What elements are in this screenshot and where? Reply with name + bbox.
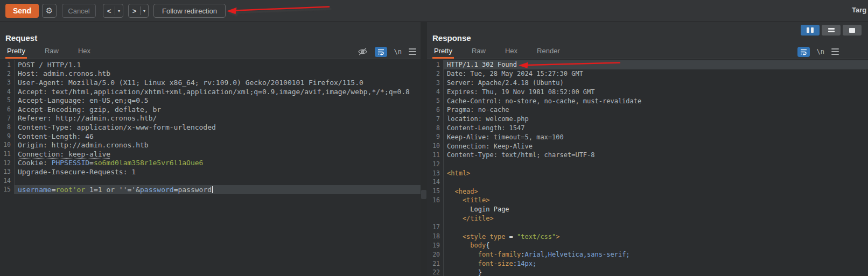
response-editor[interactable]: 1HTTP/1.1 302 Found2Date: Tue, 28 May 20… (427, 59, 868, 276)
request-code-line[interactable]: 1POST / HTTP/1.1 (0, 60, 421, 69)
cancel-button[interactable]: Cancel (62, 4, 96, 18)
tab-raw[interactable]: Raw (43, 46, 60, 59)
request-code-line[interactable]: 7Referer: http://admin.cronos.htb/ (0, 114, 421, 123)
request-code-line[interactable]: 9Content-Length: 46 (0, 132, 421, 141)
response-code-line[interactable]: 13<html> (427, 169, 868, 178)
response-tabbar: Pretty Raw Hex Render \n (427, 47, 868, 59)
tab-pretty[interactable]: Pretty (432, 46, 454, 59)
send-button[interactable]: Send (5, 4, 39, 18)
request-code-line[interactable]: 3User-Agent: Mozilla/5.0 (X11; Linux x86… (0, 78, 421, 87)
response-code-line[interactable]: 7location: welcome.php (427, 115, 868, 124)
editor-menu-icon[interactable] (409, 48, 416, 55)
layout-toggle-group (801, 25, 862, 36)
request-editor-tools: \n (358, 47, 416, 56)
chevron-down-icon[interactable]: ▾ (141, 9, 148, 13)
line-number: 19 (427, 241, 444, 250)
line-number: 15 (427, 187, 444, 196)
response-code-line[interactable]: 18 <style type = "text/css"> (427, 232, 868, 241)
text-caret (212, 186, 213, 193)
target-label: Targ (852, 6, 866, 14)
hide-eye-icon[interactable] (358, 47, 368, 56)
response-code-line[interactable]: Login Page (427, 205, 868, 214)
response-code-line[interactable]: 5Cache-Control: no-store, no-cache, must… (427, 96, 868, 105)
line-number: 2 (427, 69, 444, 79)
line-number: 14 (427, 178, 444, 187)
layout-rows-button[interactable] (822, 25, 841, 36)
line-number: 4 (427, 87, 444, 96)
line-number: 15 (0, 185, 15, 194)
word-wrap-icon (377, 48, 385, 55)
line-number: 21 (427, 259, 444, 268)
line-number: 17 (427, 223, 444, 232)
chevron-right-icon: > (129, 7, 140, 15)
line-number: 16 (427, 196, 444, 205)
response-panel: Response Pretty Raw Hex Render \n 1HTTP/… (427, 22, 868, 276)
response-code-line[interactable]: 11Content-Type: text/html; charset=UTF-8 (427, 151, 868, 160)
response-code-line[interactable]: 4Expires: Thu, 19 Nov 1981 08:52:00 GMT (427, 87, 868, 96)
response-code-line[interactable]: 14 (427, 178, 868, 187)
request-code-line[interactable]: 8Content-Type: application/x-www-form-ur… (0, 123, 421, 132)
editor-menu-icon[interactable] (831, 48, 839, 55)
request-code-line[interactable]: 11Connection: keep-alive (0, 150, 421, 159)
response-code-line[interactable]: 2Date: Tue, 28 May 2024 15:27:30 GMT (427, 69, 868, 79)
response-code-line[interactable]: 6Pragma: no-cache (427, 105, 868, 115)
request-code-line[interactable]: 10Origin: http://admin.cronos.htb (0, 140, 421, 150)
response-code-line[interactable]: 1HTTP/1.1 302 Found (427, 60, 868, 69)
response-code-line[interactable]: 3Server: Apache/2.4.18 (Ubuntu) (427, 79, 868, 88)
chevron-down-icon[interactable]: ▾ (115, 9, 123, 13)
response-code-line[interactable]: 10Connection: Keep-Alive (427, 141, 868, 151)
response-code-line[interactable]: 8Content-Length: 1547 (427, 124, 868, 133)
response-code-line[interactable]: 12 (427, 160, 868, 169)
line-number: 11 (427, 151, 444, 160)
line-number: 6 (0, 105, 15, 114)
line-number: 18 (427, 232, 444, 241)
panel-divider (421, 22, 427, 276)
request-code-line[interactable]: 13Upgrade-Insecure-Requests: 1 (0, 167, 421, 176)
response-code-line[interactable]: 9Keep-Alive: timeout=5, max=100 (427, 132, 868, 141)
request-code-line[interactable]: 5Accept-Language: en-US,en;q=0.5 (0, 96, 421, 105)
tab-raw[interactable]: Raw (470, 46, 487, 59)
newline-toggle[interactable]: \n (817, 48, 824, 55)
rows-icon (828, 28, 835, 32)
tab-hex[interactable]: Hex (503, 46, 519, 59)
splitter-handle[interactable] (421, 190, 426, 199)
response-code-line[interactable]: </title> (427, 214, 868, 223)
request-code-line[interactable]: 6Accept-Encoding: gzip, deflate, br (0, 105, 421, 114)
layout-single-button[interactable] (843, 25, 862, 36)
request-code-line[interactable]: 15username=root'or 1=1 or ''='&password=… (0, 185, 421, 194)
response-code-line[interactable]: 22 } (427, 268, 868, 276)
tab-pretty[interactable]: Pretty (5, 46, 27, 59)
tab-render[interactable]: Render (535, 46, 562, 59)
response-code-line[interactable]: 21 font-size:14px; (427, 259, 868, 268)
request-code-line[interactable]: 14 (0, 176, 421, 186)
settings-gear-button[interactable]: ⚙ (42, 4, 57, 18)
request-tabbar: Pretty Raw Hex \n (0, 47, 421, 59)
response-code-line[interactable]: 15 <head> (427, 187, 868, 196)
back-button[interactable]: < ▾ (103, 4, 123, 18)
newline-toggle[interactable]: \n (394, 48, 402, 55)
request-code-line[interactable]: 2Host: admin.cronos.htb (0, 69, 421, 79)
forward-button[interactable]: > ▾ (128, 4, 149, 18)
line-number: 8 (427, 124, 444, 133)
response-code-line[interactable]: 20 font-family:Arial,Helvetica,sans-seri… (427, 250, 868, 259)
response-code-line[interactable]: 17 (427, 223, 868, 232)
line-number: 9 (427, 132, 444, 141)
repeater-toolbar: Send ⚙ Cancel < ▾ > ▾ Follow redirection (0, 0, 868, 22)
response-code-line[interactable]: 16 <title> (427, 196, 868, 205)
tab-hex[interactable]: Hex (76, 46, 92, 59)
layout-columns-button[interactable] (801, 25, 820, 36)
line-number: 10 (0, 140, 15, 150)
line-number (427, 214, 444, 223)
request-code-line[interactable]: 12Cookie: PHPSESSID=so6md0lam358r1e5vr6l… (0, 159, 421, 168)
word-wrap-toggle-button[interactable] (797, 47, 810, 57)
request-editor[interactable]: 1POST / HTTP/1.12Host: admin.cronos.htb3… (0, 59, 421, 276)
line-number: 11 (0, 150, 15, 159)
word-wrap-toggle-button[interactable] (375, 47, 387, 57)
response-code-line[interactable]: 19 body{ (427, 241, 868, 250)
line-number: 1 (0, 60, 15, 69)
line-number: 22 (427, 268, 444, 276)
line-number: 3 (0, 78, 15, 87)
line-number: 13 (427, 169, 444, 178)
follow-redirection-button[interactable]: Follow redirection (153, 4, 226, 18)
request-code-line[interactable]: 4Accept: text/html,application/xhtml+xml… (0, 87, 421, 96)
